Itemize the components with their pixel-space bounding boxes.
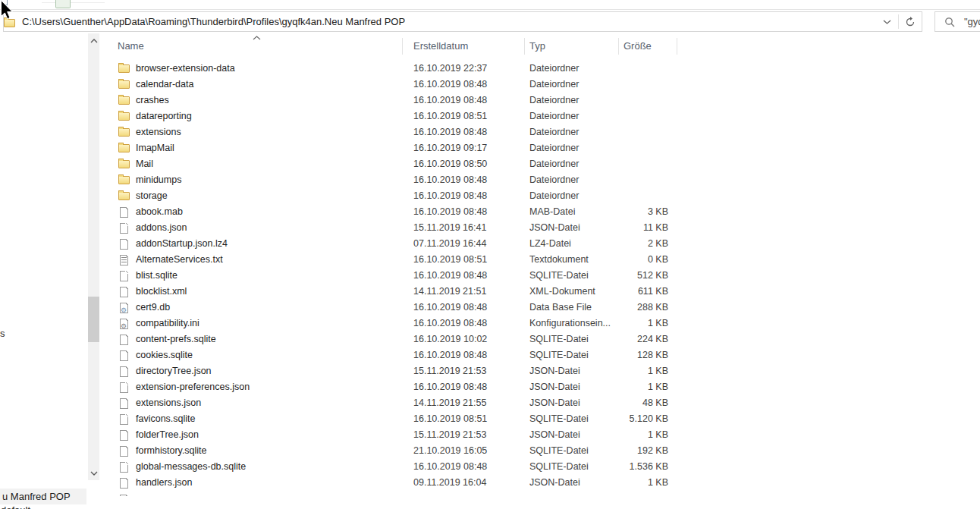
file-date: 14.11.2019 21:55 xyxy=(413,395,523,411)
file-row[interactable]: browser-extension-data 16.10.2019 22:37 … xyxy=(100,61,683,77)
file-row[interactable]: directoryTree.json 15.11.2019 21:53 JSON… xyxy=(100,363,683,379)
file-icon xyxy=(118,476,131,489)
file-date: 16.10.2019 08:48 xyxy=(413,459,523,475)
file-size: 512 KB xyxy=(580,268,668,284)
file-size: 1 KB xyxy=(580,475,668,491)
file-icon xyxy=(118,397,131,410)
ribbon-bottom-fragment xyxy=(42,2,105,3)
file-name: datareporting xyxy=(136,108,401,124)
file-row[interactable]: blocklist.xml 14.11.2019 21:51 XML-Dokum… xyxy=(100,284,683,300)
file-size: 1.536 KB xyxy=(580,459,668,475)
search-box[interactable]: "gyq xyxy=(934,11,980,32)
file-date: 16.10.2019 08:48 xyxy=(413,204,523,220)
file-row[interactable]: global-messages-db.sqlite 16.10.2019 08:… xyxy=(100,459,683,475)
column-header-name[interactable]: Name xyxy=(118,38,144,55)
file-name: storage xyxy=(136,188,401,204)
file-date: 09.11.2019 16:04 xyxy=(413,475,523,491)
file-row[interactable]: crashes 16.10.2019 08:48 Dateiordner xyxy=(100,93,683,108)
file-name: extension-preferences.json xyxy=(136,379,401,395)
file-row[interactable]: favicons.sqlite 16.10.2019 08:51 SQLITE-… xyxy=(100,411,683,427)
file-size: 48 KB xyxy=(580,395,668,411)
file-row[interactable]: folderTree.json 15.11.2019 21:53 JSON-Da… xyxy=(100,427,683,443)
nav-item-selected[interactable]: u Manfred POP xyxy=(0,489,86,504)
file-icon xyxy=(118,365,131,378)
file-size: 11 KB xyxy=(580,220,668,236)
search-input-value[interactable]: "gyq xyxy=(964,16,980,27)
file-row[interactable]: content-prefs.sqlite 16.10.2019 10:02 SQ… xyxy=(100,331,683,347)
file-row[interactable]: minidumps 16.10.2019 08:48 Dateiordner xyxy=(100,172,683,188)
file-size xyxy=(580,61,668,77)
nav-item-clipped[interactable]: default xyxy=(0,504,86,509)
file-date: 21.10.2019 16:05 xyxy=(413,443,523,459)
file-row[interactable]: extensions.json 14.11.2019 21:55 JSON-Da… xyxy=(100,395,683,411)
file-name: ImapMail xyxy=(136,140,401,156)
file-date: 16.10.2019 08:48 xyxy=(413,300,523,316)
file-row[interactable]: storage 16.10.2019 08:48 Dateiordner xyxy=(100,188,683,204)
file-size: 1 KB xyxy=(580,316,668,331)
column-header-row: Name Erstelldatum Typ Größe xyxy=(100,38,683,55)
file-row[interactable]: handlers.json 09.11.2019 16:04 JSON-Date… xyxy=(100,475,683,491)
file-row[interactable]: ImapMail 16.10.2019 09:17 Dateiordner xyxy=(100,140,683,156)
folder-icon xyxy=(118,62,131,75)
file-row[interactable]: compatibility.ini 16.10.2019 08:48 Konfi… xyxy=(100,316,683,331)
file-name: crashes xyxy=(136,93,401,108)
file-row[interactable]: cert9.db 16.10.2019 08:48 Data Base File… xyxy=(100,300,683,316)
nav-vertical-scrollbar[interactable] xyxy=(88,33,99,480)
column-header-erstelldatum[interactable]: Erstelldatum xyxy=(413,38,468,55)
navigation-pane: s u Manfred POP default xyxy=(0,33,99,509)
column-header-groesse[interactable]: Größe xyxy=(623,38,652,55)
file-row[interactable]: calendar-data 16.10.2019 08:48 Dateiordn… xyxy=(100,77,683,93)
file-row[interactable]: formhistory.sqlite 21.10.2019 16:05 SQLI… xyxy=(100,443,683,459)
file-icon xyxy=(118,413,131,426)
file-size: 5.120 KB xyxy=(580,411,668,427)
column-resize-handle[interactable] xyxy=(524,38,525,55)
file-row[interactable]: AlternateServices.txt 16.10.2019 08:51 T… xyxy=(100,252,683,268)
file-row[interactable]: abook.mab 16.10.2019 08:48 MAB-Datei 3 K… xyxy=(100,204,683,220)
file-date: 16.10.2019 09:17 xyxy=(413,140,523,156)
file-date: 16.10.2019 08:51 xyxy=(413,252,523,268)
file-size: 0 KB xyxy=(580,252,668,268)
column-header-typ[interactable]: Typ xyxy=(529,38,545,55)
column-resize-handle[interactable] xyxy=(402,38,403,55)
file-row[interactable]: datareporting 16.10.2019 08:51 Dateiordn… xyxy=(100,108,683,124)
refresh-button[interactable] xyxy=(899,12,922,31)
address-path[interactable]: C:\Users\Guenther\AppData\Roaming\Thunde… xyxy=(22,16,922,27)
file-name: addons.json xyxy=(136,220,401,236)
file-name: browser-extension-data xyxy=(136,61,401,77)
file-row[interactable]: Mail 16.10.2019 08:50 Dateiordner xyxy=(100,156,683,172)
file-row[interactable]: cookies.sqlite 16.10.2019 08:48 SQLITE-D… xyxy=(100,347,683,363)
address-bar[interactable]: C:\Users\Guenther\AppData\Roaming\Thunde… xyxy=(3,11,922,32)
file-row[interactable]: addonStartup.json.lz4 07.11.2019 16:44 L… xyxy=(100,236,683,252)
search-icon xyxy=(944,17,955,27)
file-icon xyxy=(118,381,131,394)
nav-vscroll-thumb[interactable] xyxy=(88,297,99,342)
text-file-icon xyxy=(118,253,131,266)
toolbar-icon-fragment[interactable] xyxy=(55,0,71,8)
file-date: 16.10.2019 10:02 xyxy=(413,331,523,347)
sort-ascending-icon xyxy=(253,36,261,40)
file-name: formhistory.sqlite xyxy=(136,443,401,459)
file-date: 16.10.2019 22:37 xyxy=(413,61,523,77)
file-name: extensions xyxy=(136,124,401,140)
file-row[interactable]: extension-preferences.json 16.10.2019 08… xyxy=(100,379,683,395)
nav-vscroll-down-arrow[interactable] xyxy=(88,467,99,479)
file-date: 16.10.2019 08:48 xyxy=(413,93,523,108)
file-row[interactable]: blist.sqlite 16.10.2019 08:48 SQLITE-Dat… xyxy=(100,268,683,284)
file-size: 1 KB xyxy=(580,379,668,395)
file-row[interactable]: extensions 16.10.2019 08:48 Dateiordner xyxy=(100,124,683,140)
file-size xyxy=(580,156,668,172)
file-size: 192 KB xyxy=(580,443,668,459)
file-size: 288 KB xyxy=(580,300,668,316)
file-size xyxy=(580,93,668,108)
file-date: 15.11.2019 16:41 xyxy=(413,220,523,236)
address-dropdown-button[interactable] xyxy=(876,12,897,31)
file-date: 16.10.2019 08:48 xyxy=(413,124,523,140)
column-resize-handle[interactable] xyxy=(618,38,619,55)
column-resize-handle[interactable] xyxy=(677,38,677,55)
nav-vscroll-up-arrow[interactable] xyxy=(88,35,99,46)
file-name: compatibility.ini xyxy=(136,316,401,331)
file-size: 3 KB xyxy=(580,204,668,220)
file-name: abook.mab xyxy=(136,204,401,220)
file-row[interactable]: addons.json 15.11.2019 16:41 JSON-Datei … xyxy=(100,220,683,236)
file-icon xyxy=(118,333,131,346)
